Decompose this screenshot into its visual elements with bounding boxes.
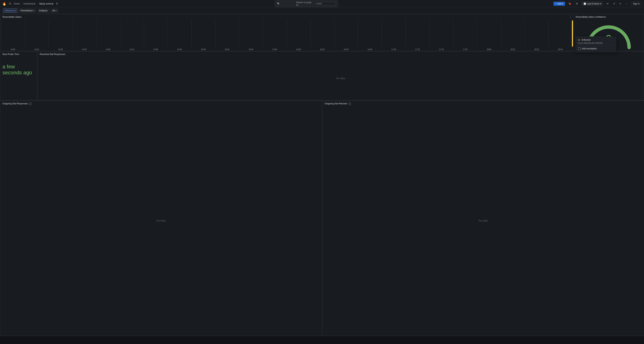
outgoing-dial-title: Outgoing Dial Responses i [0,101,322,106]
tooltip-dot [578,40,580,40]
datasource-filter[interactable]: datasource [3,8,17,13]
breadcrumb-sep-1: › [21,2,22,5]
outgoing-refused-no-data: No data [322,106,644,336]
grid-col-22 [525,19,548,48]
tooltip-row: Unknown [578,38,614,41]
chart-grid [0,19,573,48]
add-annotation-button[interactable]: Add annotation [578,47,597,50]
share-button[interactable]: ⬆ [55,2,59,6]
prometheus-arrow: ▾ [33,10,34,12]
outgoing-refused-title: Outgoing Dial Refused i [322,101,644,106]
search-bar[interactable]: 🔍 Search or jump to... cmd+k [275,0,338,7]
nav-home-link[interactable]: Home [14,2,20,5]
outgoing-dial-panel: Outgoing Dial Responses i No data [0,101,322,336]
grid-col-18 [430,19,453,48]
time-label-2: 13:30 [49,48,72,50]
time-label-9: 15:15 [215,48,239,50]
grid-col-8 [191,19,215,48]
settings-button[interactable]: ⚙ [575,2,579,6]
grafana-logo[interactable]: 🔥 [2,2,6,6]
grid-col-5 [120,19,144,48]
panel-menu-button[interactable]: ⋮ [569,15,572,18]
grid-col-19 [453,19,477,48]
prometheus-filter[interactable]: Prometheus ▾ [19,8,36,13]
grid-col-11 [263,19,286,48]
received-dial-title: Received Dial Responses [38,52,644,56]
breadcrumb-sep-2: › [37,2,38,5]
grid-col-6 [144,19,168,48]
received-dial-no-data: No data [38,56,644,100]
grid-col-3 [72,19,96,48]
time-range-label: Last 6 hours [587,2,599,5]
outgoing-dial-info-icon[interactable]: i [29,102,32,105]
outgoing-refused-label: Outgoing Dial Refused [324,102,347,105]
grid-col-17 [406,19,430,48]
time-label-7: 14:45 [168,48,191,50]
next-probe-panel: Next Probe Time a few seconds ago [0,51,37,100]
next-probe-title: Next Probe Time [0,52,37,56]
time-label-20: 18:00 [477,48,501,50]
datasource-label: datasource [5,9,16,12]
add-chevron: ▾ [562,2,563,5]
tooltip-popup: Unknown From 2023-06-28 18:58:00 Add ann… [575,36,616,52]
search-placeholder: Search or jump to... [296,1,314,6]
collapse-button[interactable]: ⌄ [624,2,628,6]
nav-left: 🔥 ☰ Home › Dashboards › libp2p autonat ⬆ [2,2,59,6]
bookmark-button[interactable]: 🔖 [567,2,572,6]
outgoing-refused-info-icon[interactable]: i [348,102,351,105]
outgoing-dial-label: Outgoing Dial Responses [2,102,28,105]
time-label-8: 15:00 [191,48,215,50]
time-label-12: 16:00 [286,48,310,50]
panel-row-3: Outgoing Dial Responses i No data Outgoi… [0,101,644,336]
outgoing-refused-panel: Outgoing Dial Refused i No data [322,101,644,336]
add-button[interactable]: + Add ▾ [554,2,565,6]
zoom-out-button[interactable]: ⊖ [606,2,610,6]
tooltip-time: From 2023-06-28 18:58:00 [578,42,614,44]
time-label-13: 16:15 [310,48,334,50]
grid-col-13 [310,19,334,48]
grid-col-15 [358,19,382,48]
reachability-confidence-title: Reachability status confidence [574,14,644,19]
time-label-11: 15:45 [263,48,286,50]
time-chevron: ▾ [600,2,601,5]
search-icon: 🔍 [277,2,295,5]
grid-col-20 [477,19,501,48]
all-arrow: ▾ [56,10,56,12]
grid-col-16 [382,19,406,48]
refresh-chevron[interactable]: ▾ [618,2,622,6]
grid-col-23 [548,19,572,48]
outgoing-dial-no-data: No data [0,106,322,336]
grid-col-9 [215,19,239,48]
time-label-4: 14:00 [96,48,120,50]
nav-right: + Add ▾ 🔖 ⚙ 🕐 Last 6 hours ▾ ⊖ ↺ ▾ ⌄ Sig… [554,2,642,6]
annotation-icon [578,47,581,50]
nav-current-page: libp2p autonat [39,2,53,5]
all-filter[interactable]: All ▾ [51,8,58,13]
sign-in-button[interactable]: Sign in [631,2,642,6]
hamburger-menu[interactable]: ☰ [8,2,12,6]
time-label-10: 15:30 [239,48,263,50]
instance-filter[interactable]: instance [38,8,49,13]
time-label-1: 13:15 [25,48,49,50]
time-label-19: 17:45 [453,48,477,50]
reachability-chart-area [0,19,573,48]
time-label-16: 17:00 [382,48,406,50]
prometheus-label: Prometheus [20,9,32,12]
top-navbar: 🔥 ☰ Home › Dashboards › libp2p autonat ⬆… [0,0,644,8]
time-label-21: 18:15 [501,48,525,50]
time-range-selector[interactable]: 🕐 Last 6 hours ▾ [582,2,603,6]
nav-center: 🔍 Search or jump to... cmd+k [59,0,554,7]
grid-col-0 [1,19,25,48]
refresh-button[interactable]: ↺ [612,2,616,6]
time-label-17: 17:15 [406,48,430,50]
reachability-confidence-panel: Reachability status confidence 0 Unknown… [573,14,644,51]
instance-label: instance [39,9,48,12]
time-label-3: 13:45 [72,48,96,50]
add-annotation-label: Add annotation [582,47,597,50]
nav-dashboards-link[interactable]: Dashboards [24,2,36,5]
time-label-0: 13:00 [1,48,25,50]
time-label-18: 17:30 [430,48,453,50]
search-shortcut: cmd+k [315,2,336,5]
add-label: Add [557,2,561,5]
time-label-15: 16:45 [358,48,382,50]
